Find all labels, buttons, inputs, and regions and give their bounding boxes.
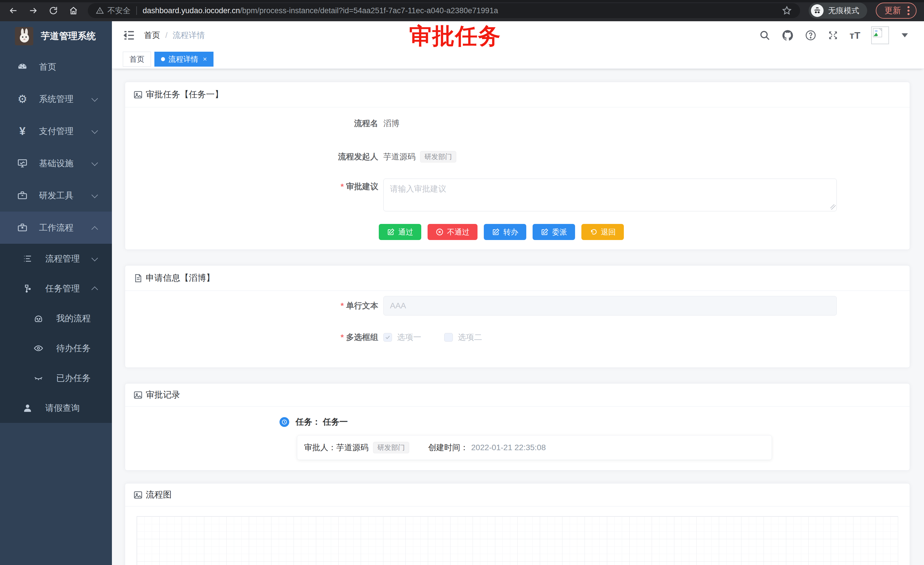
created-time: 2022-01-21 22:35:08 [471, 443, 546, 452]
avatar-dropdown-caret-icon[interactable] [902, 33, 908, 37]
task-label: 任务： [296, 417, 321, 426]
record-timeline: 任务： 任务一 审批人： 芋道源码 研发部门 创建时间： 2022-01-21 … [125, 407, 910, 473]
forward-icon[interactable] [27, 5, 39, 17]
dept-tag: 研发部门 [373, 442, 409, 453]
sidebar-item-home[interactable]: 首页 [0, 51, 112, 83]
card-title: 审批任务【任务一】 [146, 89, 223, 101]
checkbox-unchecked-icon [444, 333, 453, 342]
tab-label: 首页 [129, 54, 144, 64]
org-tree-icon [21, 283, 34, 294]
dept-tag: 研发部门 [420, 151, 456, 162]
card-title: 流程图 [146, 489, 172, 501]
card-header: 申请信息【滔博】 [125, 266, 910, 291]
toolbox-icon [16, 190, 29, 201]
chevron-down-icon [92, 192, 98, 198]
action-buttons: 通过 不通过 转办 委派 [379, 224, 910, 240]
circle-close-icon [436, 228, 444, 236]
picture-icon [133, 390, 143, 400]
sidebar-item-process-management[interactable]: 流程管理 [0, 244, 112, 273]
gear-icon: ⚙ [16, 93, 29, 105]
text-field-label: 单行文本 [346, 300, 378, 311]
chevron-up-icon [92, 287, 98, 293]
card-title: 申请信息【滔博】 [146, 272, 214, 284]
sidebar-item-todo-tasks[interactable]: 待办任务 [0, 333, 112, 363]
sidebar-item-my-processes[interactable]: 我的流程 [0, 304, 112, 333]
reject-button[interactable]: 不通过 [428, 224, 477, 240]
reload-icon[interactable] [48, 5, 59, 17]
sidebar-item-leave-query[interactable]: 请假查询 [0, 393, 112, 423]
incognito-icon [811, 4, 824, 17]
apply-info-card: 申请信息【滔博】 * 单行文本 * 多选框组 [125, 265, 910, 368]
home-icon[interactable] [68, 5, 79, 17]
breadcrumb-home[interactable]: 首页 [144, 30, 160, 41]
browser-update-button[interactable]: 更新 [876, 3, 916, 19]
fullscreen-icon[interactable] [827, 30, 839, 41]
process-diagram-card: 流程图 [125, 483, 910, 565]
sidebar-item-done-tasks[interactable]: 已办任务 [0, 363, 112, 393]
sidebar-fold-icon[interactable] [123, 29, 135, 42]
single-line-text-input [383, 296, 837, 316]
github-icon[interactable] [782, 29, 794, 42]
sidebar-item-label: 待办任务 [56, 343, 91, 354]
sidebar-item-label: 工作流程 [39, 222, 74, 234]
edit-icon [387, 228, 395, 236]
font-size-icon[interactable]: тT [850, 30, 860, 41]
process-name-label: 流程名 [125, 118, 378, 129]
comment-label: 审批建议 [346, 181, 378, 192]
approve-button[interactable]: 通过 [379, 224, 421, 240]
yen-icon: ¥ [16, 126, 29, 137]
back-icon[interactable] [8, 5, 19, 17]
transfer-button[interactable]: 转办 [484, 224, 526, 240]
help-question-icon[interactable] [805, 30, 816, 41]
url-host: dashboard.yudao.iocoder.cn [142, 6, 240, 15]
card-header: 流程图 [125, 484, 910, 506]
sidebar-item-label: 支付管理 [39, 125, 74, 137]
comment-textarea[interactable] [383, 179, 837, 211]
list-tree-icon [21, 254, 34, 264]
search-icon[interactable] [759, 30, 771, 41]
tags-view-bar: 首页 流程详情 × [112, 50, 924, 69]
eye-open-icon [32, 343, 45, 353]
checkbox-label: 选项一 [397, 332, 421, 343]
approver-label: 审批人： [304, 442, 336, 453]
app-logo-row[interactable]: 芋道管理系统 [0, 21, 112, 51]
edit-icon [492, 228, 500, 236]
timeline-clock-icon [279, 417, 289, 427]
edit-icon [541, 228, 549, 236]
app-header: 首页 / 流程详情 审批任务 тT [112, 21, 924, 50]
avatar[interactable] [871, 26, 889, 44]
return-button[interactable]: 退回 [581, 224, 624, 240]
face-icon [32, 314, 45, 323]
checkbox-group: 选项一 选项二 [383, 332, 482, 343]
checkbox-option-1: 选项一 [383, 332, 421, 343]
not-secure-warning-icon[interactable] [96, 7, 104, 15]
chevron-down-icon [92, 255, 98, 261]
tab-home[interactable]: 首页 [123, 52, 151, 67]
sidebar-item-label: 我的流程 [56, 313, 91, 325]
initiator-label: 流程发起人 [125, 151, 378, 162]
address-bar[interactable]: 不安全 dashboard.yudao.iocoder.cn /bpm/proc… [88, 3, 800, 18]
dashboard-icon [16, 62, 29, 72]
sidebar-item-system[interactable]: ⚙ 系统管理 [0, 83, 112, 115]
card-title: 审批记录 [146, 389, 180, 401]
required-asterisk: * [340, 182, 344, 191]
sidebar-item-task-management[interactable]: 任务管理 [0, 273, 112, 304]
browser-chrome: 不安全 dashboard.yudao.iocoder.cn /bpm/proc… [0, 0, 924, 21]
delegate-button[interactable]: 委派 [532, 224, 575, 240]
incognito-label: 无痕模式 [828, 6, 859, 16]
browser-menu-dots-icon[interactable] [907, 6, 910, 16]
close-icon[interactable]: × [203, 55, 207, 63]
bpmn-canvas[interactable] [136, 516, 898, 565]
tab-process-detail[interactable]: 流程详情 × [154, 52, 213, 67]
sidebar-item-devtools[interactable]: 研发工具 [0, 179, 112, 212]
text-field-label-wrap: * 单行文本 [125, 300, 378, 311]
textarea-resize-handle[interactable] [831, 204, 836, 210]
sidebar-item-payment[interactable]: ¥ 支付管理 [0, 115, 112, 147]
bookmark-star-icon[interactable] [782, 6, 792, 16]
security-label: 不安全 [107, 6, 130, 16]
update-label[interactable]: 更新 [884, 5, 901, 17]
sidebar-item-workflow[interactable]: 工作流程 [0, 212, 112, 244]
breadcrumb-separator: / [165, 31, 168, 40]
sidebar-item-infrastructure[interactable]: 基础设施 [0, 147, 112, 179]
document-icon [133, 273, 143, 283]
